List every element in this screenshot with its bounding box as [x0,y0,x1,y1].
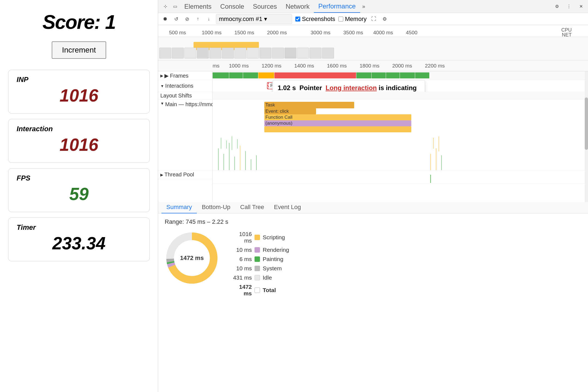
anonymous-bar[interactable]: (anonymous) [264,120,411,126]
screenshot-thumb [272,48,284,59]
scripting-swatch [255,235,260,240]
idle-ms: 431 ms [230,274,252,281]
url-display: mmocny.com #1 ▾ [216,14,292,24]
minimap-ruler: 500 ms 1000 ms 1500 ms 2000 ms 3000 ms 3… [158,25,588,37]
timer-value: 233.34 [17,233,141,253]
ruler-tick-500: 500 ms [169,30,186,36]
summary-area: 1472 ms 1016 ms Scripting 10 ms Renderin… [165,231,581,297]
devtools-panel: ⊹ ▭ Elements Console Sources Network Per… [158,0,588,392]
layout-shifts-label[interactable]: Layout Shifts [158,92,212,100]
interaction-card: Interaction 1016 [8,119,150,163]
painting-swatch [255,256,260,262]
clear-button[interactable]: ⊘ [183,15,191,23]
thread-pool-arrow: ▶ [160,173,163,177]
upload-button[interactable]: ↑ [194,15,202,23]
legend-total: 1472 ms Total [230,284,289,297]
screenshot-thumb [284,48,296,59]
ruler-tick-3500: 3500 ms [343,30,363,36]
minimap [158,37,588,60]
legend-painting: 6 ms Painting [230,256,289,262]
timer-card: Timer 233.34 [8,218,150,261]
act-line2 [433,138,434,149]
tab-console[interactable]: Console [216,1,249,13]
idle-swatch [255,275,260,280]
donut-center-text: 1472 ms [180,255,204,262]
screenshot-thumb [259,48,271,59]
settings-icon[interactable]: ⚙ [552,2,562,11]
url-text: mmocny.com #1 [219,16,262,23]
range-text: Range: 745 ms – 2.22 s [165,218,581,225]
event-click-bar[interactable]: Event: click [264,108,316,114]
function-call-bar[interactable]: Function Call [264,114,411,120]
system-ms: 10 ms [230,265,252,272]
tooltip-link[interactable]: Long interaction [326,84,377,91]
memory-checkbox[interactable] [338,17,343,22]
thread-pool-text: Thread Pool [164,171,194,178]
r2-1000: 1000 ms [229,63,249,69]
frames-arrow: ▶ [160,74,163,78]
frame-block [415,72,429,78]
url-dropdown-icon[interactable]: ▾ [264,16,267,23]
perf-settings-icon[interactable]: ⚙ [381,15,388,23]
interactions-track-label[interactable]: ▼ Interactions [158,80,212,92]
frame-block [243,72,258,78]
tab-sources[interactable]: Sources [249,1,281,13]
rendering-swatch [255,247,260,253]
task-bar[interactable]: Task [264,102,354,108]
rendering-label: Rendering [263,247,289,253]
screenshot-thumb [159,48,171,59]
scrollbar-thumb[interactable] [585,97,588,150]
ruler-tick-3000: 3000 ms [311,30,330,36]
ruler-tick-1000: 1000 ms [202,30,222,36]
system-swatch [255,266,260,271]
device-icon[interactable]: ▭ [170,2,180,11]
more-tabs-icon[interactable]: » [360,1,367,12]
screenshots-row [158,48,588,59]
tab-performance[interactable]: Performance [314,0,360,13]
frame-block [258,72,274,78]
tab-summary[interactable]: Summary [161,202,197,213]
tab-call-tree[interactable]: Call Tree [235,202,269,213]
tab-event-log[interactable]: Event Log [269,202,306,213]
frames-track-label[interactable]: ▶ ▶ Frames [158,71,212,80]
sub-task-bar[interactable] [264,126,411,132]
frames-blocks [213,72,588,78]
interactions-track: Pointer 1.02 s Pointer Long interaction … [213,80,588,92]
interactions-arrow: ▼ [160,84,164,88]
total-ms: 1472 ms [230,284,252,297]
frame-block [229,72,243,78]
nav-right-icons: ⚙ ⋮ ✕ [552,2,586,11]
interaction-tooltip: 1.02 s Pointer Long interaction is indic… [272,80,425,92]
ruler-tick-4500: 4500 [406,30,417,36]
screenshot-thumb [172,48,184,59]
main-track-label[interactable]: ▼ Main — https://mmocny.co [158,100,212,170]
legend-rendering: 10 ms Rendering [230,247,289,253]
frame-block [372,72,386,78]
total-label: Total [263,287,276,293]
thread-pool-line [430,175,431,183]
ruler-tick-4000: 4000 ms [373,30,393,36]
fps-value: 59 [17,184,141,204]
screenshots-checkbox[interactable] [295,17,300,22]
tab-bottom-up[interactable]: Bottom-Up [197,202,235,213]
scripting-label: Scripting [263,234,285,241]
scrollbar-track[interactable] [585,71,588,202]
tab-elements[interactable]: Elements [180,1,216,13]
close-icon[interactable]: ✕ [576,2,586,11]
tab-network[interactable]: Network [281,1,314,13]
frame-block [213,72,229,78]
thread-pool-label[interactable]: ▶ Thread Pool [158,170,212,179]
download-button[interactable]: ↓ [205,15,213,23]
devtools-toolbar: ⏺ ↺ ⊘ ↑ ↓ mmocny.com #1 ▾ Screenshots Me… [158,13,588,25]
reload-button[interactable]: ↺ [172,15,180,23]
record-button[interactable]: ⏺ [161,15,169,23]
act-line2 [232,136,232,150]
overflow-icon[interactable]: ⋮ [564,2,574,11]
act-line2 [439,136,439,151]
timer-label: Timer [17,223,141,232]
increment-button[interactable]: Increment [52,41,106,59]
inspect-icon[interactable]: ⊹ [160,2,170,11]
frames-track [213,71,588,80]
tooltip-title: 1.02 s Pointer Long interaction is indic… [278,84,420,92]
capture-settings-icon[interactable]: ⛶ [370,15,378,23]
